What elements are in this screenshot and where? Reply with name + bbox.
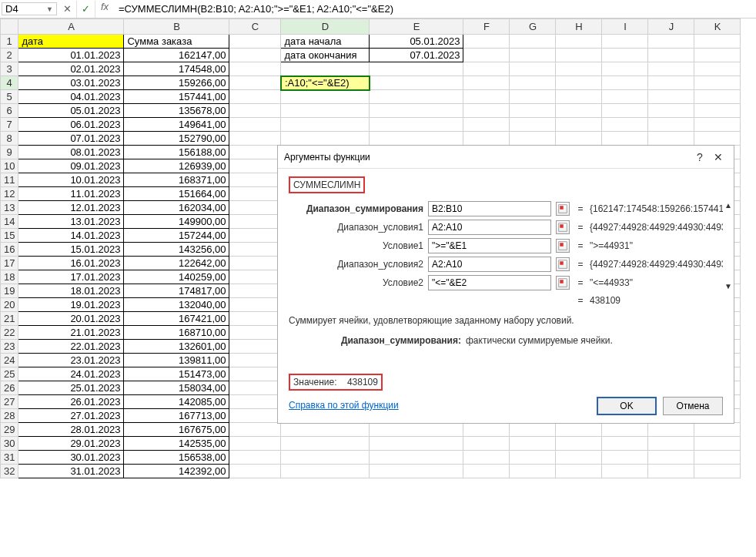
cell[interactable] [463, 132, 510, 146]
cell[interactable] [694, 451, 741, 465]
cell[interactable]: 12.01.2023 [18, 201, 124, 215]
cell[interactable]: 28.01.2023 [18, 423, 124, 437]
cell[interactable]: 168371,00 [124, 173, 229, 187]
cell[interactable] [281, 118, 370, 132]
cell[interactable]: 16.01.2023 [18, 257, 124, 270]
range-select-icon[interactable] [556, 257, 570, 271]
row-header[interactable]: 23 [1, 340, 18, 354]
row-header[interactable]: 32 [1, 465, 18, 478]
cell[interactable] [463, 62, 510, 76]
cell[interactable] [648, 451, 694, 465]
cell[interactable] [648, 423, 694, 437]
cell[interactable]: 132601,00 [124, 340, 229, 354]
col-header-A[interactable]: A [18, 19, 124, 35]
col-header-B[interactable]: B [124, 19, 229, 35]
row-header[interactable]: 8 [1, 132, 18, 146]
cell[interactable] [510, 90, 556, 104]
cell[interactable]: 07.01.2023 [370, 49, 463, 62]
row-header[interactable]: 28 [1, 409, 18, 423]
cell[interactable] [229, 451, 281, 465]
cell[interactable] [648, 437, 694, 451]
cell[interactable] [694, 62, 741, 76]
chevron-down-icon[interactable]: ▼ [46, 5, 53, 13]
range-select-icon[interactable] [556, 220, 570, 234]
col-header-K[interactable]: K [694, 19, 741, 35]
cell[interactable] [510, 437, 556, 451]
cell[interactable] [370, 132, 463, 146]
cell[interactable] [556, 451, 602, 465]
col-header-C[interactable]: C [229, 19, 281, 35]
argument-input[interactable] [428, 257, 551, 272]
cell[interactable] [556, 35, 602, 49]
cell[interactable]: 132040,00 [124, 298, 229, 312]
cell[interactable] [556, 437, 602, 451]
cell[interactable]: 151664,00 [124, 187, 229, 201]
cell[interactable] [510, 76, 556, 90]
cell[interactable] [648, 104, 694, 118]
cell[interactable] [694, 104, 741, 118]
cell[interactable] [648, 132, 694, 146]
cell[interactable]: 26.01.2023 [18, 395, 124, 409]
argument-input[interactable] [428, 201, 551, 216]
cell[interactable] [229, 215, 281, 229]
cell[interactable] [602, 35, 648, 49]
cell[interactable] [281, 132, 370, 146]
cell[interactable]: 126939,00 [124, 159, 229, 173]
cell[interactable]: 151473,00 [124, 367, 229, 381]
cell[interactable] [229, 90, 281, 104]
cell[interactable] [556, 118, 602, 132]
cell[interactable] [281, 423, 370, 437]
cell[interactable]: 140259,00 [124, 270, 229, 284]
cell[interactable] [556, 62, 602, 76]
cell[interactable]: 167421,00 [124, 312, 229, 326]
cell[interactable] [602, 451, 648, 465]
cell[interactable] [510, 118, 556, 132]
help-link[interactable]: Справка по этой функции [289, 400, 399, 411]
cell[interactable] [510, 35, 556, 49]
row-header[interactable]: 9 [1, 146, 18, 159]
cell[interactable]: 162147,00 [124, 49, 229, 62]
row-header[interactable]: 1 [1, 35, 18, 49]
spreadsheet[interactable]: A B C D E F G H I J K 1датаСумма заказад… [0, 18, 756, 478]
cell[interactable]: 06.01.2023 [18, 118, 124, 132]
cell[interactable] [229, 104, 281, 118]
cell[interactable]: 15.01.2023 [18, 243, 124, 257]
cell[interactable] [510, 104, 556, 118]
cell[interactable] [510, 451, 556, 465]
cell[interactable]: 158034,00 [124, 381, 229, 395]
cell[interactable] [694, 465, 741, 478]
col-header-E[interactable]: E [370, 19, 463, 35]
row-header[interactable]: 18 [1, 270, 18, 284]
cell[interactable] [694, 90, 741, 104]
cell[interactable] [281, 465, 370, 478]
cell[interactable] [281, 104, 370, 118]
cell[interactable] [229, 437, 281, 451]
cancel-button[interactable]: Отмена [663, 397, 723, 415]
cell[interactable] [556, 423, 602, 437]
row-header[interactable]: 6 [1, 104, 18, 118]
cell[interactable] [370, 451, 463, 465]
confirm-edit-icon[interactable]: ✓ [77, 1, 95, 18]
cell[interactable] [648, 35, 694, 49]
row-header[interactable]: 17 [1, 257, 18, 270]
cell[interactable] [463, 451, 510, 465]
cell[interactable]: 11.01.2023 [18, 187, 124, 201]
col-header-I[interactable]: I [602, 19, 648, 35]
cell[interactable]: 157244,00 [124, 229, 229, 243]
row-header[interactable]: 25 [1, 367, 18, 381]
cell[interactable] [602, 465, 648, 478]
cell[interactable] [229, 423, 281, 437]
cell[interactable] [510, 62, 556, 76]
cell[interactable]: 152790,00 [124, 132, 229, 146]
cell[interactable] [463, 437, 510, 451]
cell[interactable] [229, 395, 281, 409]
cell[interactable]: 20.01.2023 [18, 312, 124, 326]
row-header[interactable]: 10 [1, 159, 18, 173]
col-header-J[interactable]: J [648, 19, 694, 35]
row-header[interactable]: 20 [1, 298, 18, 312]
cell[interactable]: 13.01.2023 [18, 215, 124, 229]
help-icon[interactable]: ? [691, 151, 709, 163]
cell[interactable] [229, 465, 281, 478]
argument-input[interactable] [428, 220, 551, 235]
cell[interactable] [694, 132, 741, 146]
